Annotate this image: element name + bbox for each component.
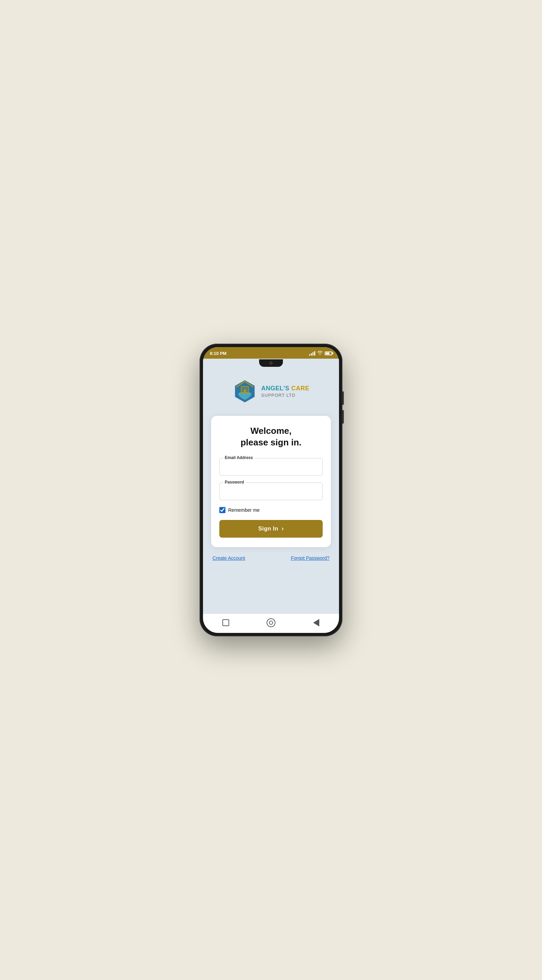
- logo-area: ★ ANGEL'S CARE SUPPORT LTD: [233, 379, 309, 404]
- logo-care: CARE: [289, 385, 309, 392]
- sign-in-button[interactable]: Sign In ›: [219, 520, 323, 538]
- volume-down-button[interactable]: [342, 410, 344, 424]
- forgot-password-link[interactable]: Forgot Password?: [291, 555, 330, 561]
- create-account-link[interactable]: Create Account: [212, 555, 245, 561]
- screen-content: ★ ANGEL'S CARE SUPPORT LTD Welcome, plea…: [203, 359, 339, 614]
- password-label: Password: [223, 480, 246, 485]
- sign-in-label: Sign In: [258, 525, 278, 532]
- email-field-group: Email Address: [219, 458, 323, 476]
- nav-home-button[interactable]: [266, 618, 276, 627]
- volume-up-button[interactable]: [342, 391, 344, 405]
- status-icons: [309, 350, 332, 356]
- welcome-title: Welcome, please sign in.: [219, 425, 323, 449]
- password-input[interactable]: [219, 482, 323, 500]
- remember-me-checkbox[interactable]: [219, 507, 225, 513]
- recent-apps-icon: [222, 619, 229, 626]
- email-label: Email Address: [223, 455, 254, 460]
- login-card: Welcome, please sign in. Email Address P…: [211, 416, 331, 547]
- nav-bar: [203, 614, 339, 633]
- svg-text:★: ★: [243, 388, 247, 393]
- chevron-right-icon: ›: [282, 525, 284, 532]
- app-logo-icon: ★: [233, 379, 257, 404]
- status-time: 8:10 PM: [210, 351, 227, 356]
- nav-back-button[interactable]: [311, 618, 321, 627]
- status-bar: 8:10 PM: [203, 347, 339, 359]
- remember-me-row: Remember me: [219, 507, 323, 513]
- remember-me-label: Remember me: [228, 508, 260, 513]
- password-field-group: Password: [219, 482, 323, 500]
- notch: [259, 360, 283, 367]
- logo-text: ANGEL'S CARE SUPPORT LTD: [261, 385, 309, 398]
- logo-support-line: SUPPORT LTD: [261, 393, 309, 398]
- nav-recent-button[interactable]: [221, 618, 231, 627]
- logo-angels: ANGEL'S: [261, 385, 289, 392]
- back-icon: [313, 619, 319, 627]
- email-input[interactable]: [219, 458, 323, 476]
- wifi-icon: [317, 350, 323, 356]
- camera-dot: [269, 361, 273, 365]
- bottom-links: Create Account Forgot Password?: [211, 547, 331, 565]
- logo-name: ANGEL'S CARE: [261, 385, 309, 392]
- phone-device: 8:10 PM: [200, 344, 342, 636]
- phone-screen: 8:10 PM: [203, 347, 339, 633]
- signal-icon: [309, 351, 315, 356]
- battery-icon: [325, 352, 332, 355]
